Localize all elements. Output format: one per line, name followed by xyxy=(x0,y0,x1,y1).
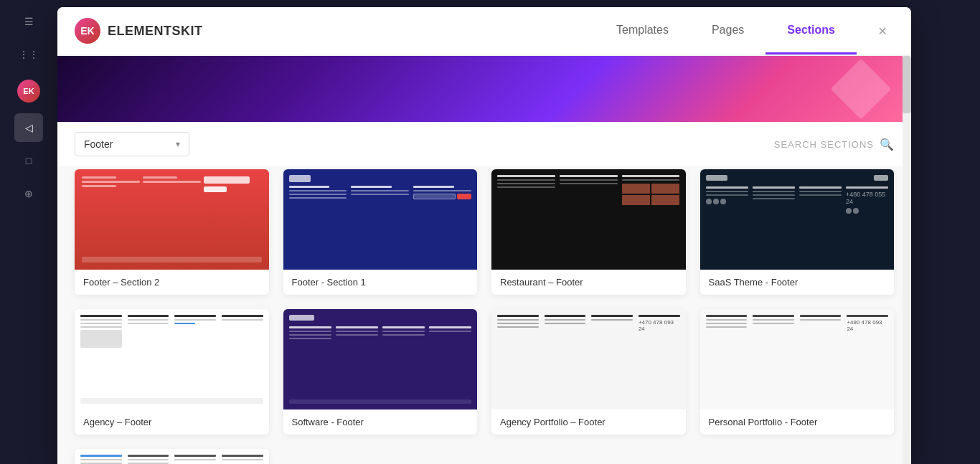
card-label-saas: SaaS Theme - Footer xyxy=(700,270,895,295)
logo-name: ELEMENTSKIT xyxy=(108,24,203,39)
chevron-down-icon: ▾ xyxy=(176,139,180,149)
back-icon[interactable]: ◁ xyxy=(14,113,43,142)
card-label-restaurant: Restaurant – Footer xyxy=(491,270,686,295)
card-saas-footer[interactable]: +480 478 055 24 SaaS Theme - Footer xyxy=(700,169,895,295)
widget-icon[interactable]: □ xyxy=(14,146,43,175)
modal-header: EK ELEMENTSKIT Templates Pages Sections … xyxy=(57,7,911,56)
card-thumb-personal: +480 478 093 24 xyxy=(700,309,895,409)
tab-sections[interactable]: Sections xyxy=(765,8,857,55)
card-agency-portfolio-footer[interactable]: +470 478 093 24 Agency Portfolio – Foote… xyxy=(491,309,686,435)
card-thumb-agency xyxy=(75,309,269,409)
card-label-software: Software - Footer xyxy=(283,409,478,435)
hero-banner xyxy=(57,56,911,122)
hero-diamond xyxy=(831,59,892,120)
card-label-footer2: Footer – Section 2 xyxy=(75,270,269,295)
search-placeholder: SEARCH SECTIONS xyxy=(774,139,874,150)
card-thumb-saas: +480 478 055 24 xyxy=(700,169,895,270)
card-thumb-footer1 xyxy=(283,169,478,270)
close-button[interactable]: × xyxy=(871,19,894,42)
card-software-footer[interactable]: Software - Footer xyxy=(283,309,478,435)
category-filter-dropdown[interactable]: Footer ▾ xyxy=(75,132,189,156)
filter-selected-value: Footer xyxy=(84,138,113,150)
elementskit-modal: EK ELEMENTSKIT Templates Pages Sections … xyxy=(57,7,911,464)
card-thumb-portfolio: +470 478 093 24 xyxy=(491,309,686,409)
card-thumb-software xyxy=(283,309,478,409)
search-icon[interactable]: 🔍 xyxy=(880,138,894,151)
card-personal-portfolio-footer[interactable]: +480 478 093 24 Personal Portfolio - Foo… xyxy=(700,309,895,435)
card-label-personal: Personal Portfolio - Footer xyxy=(700,409,895,435)
sidebar-icons: ☰ ⋮⋮ EK ◁ □ ⊕ xyxy=(0,7,57,208)
logo-icon: EK xyxy=(75,18,100,44)
editor-sidebar: ☰ ⋮⋮ EK ◁ □ ⊕ xyxy=(0,0,57,464)
modal-logo: EK ELEMENTSKIT xyxy=(75,18,203,44)
tab-pages[interactable]: Pages xyxy=(690,8,765,55)
grid-icon[interactable]: ⋮⋮ xyxy=(14,40,43,69)
card-restaurant-footer[interactable]: Restaurant – Footer xyxy=(491,169,686,295)
tab-templates[interactable]: Templates xyxy=(595,8,690,55)
card-thumb-footer2 xyxy=(75,169,269,270)
hero-banner-content xyxy=(839,67,882,110)
ek-logo-small: EK xyxy=(17,80,40,103)
card-thumb-app xyxy=(75,449,269,464)
card-thumb-restaurant xyxy=(491,169,686,270)
scrollbar-thumb xyxy=(903,56,911,113)
nav-tabs: Templates Pages Sections xyxy=(595,8,857,55)
add-icon[interactable]: ⊕ xyxy=(14,179,43,208)
modal-scrollbar[interactable] xyxy=(903,56,911,464)
cards-grid: Footer – Section 2 xyxy=(75,166,894,464)
card-footer-section1[interactable]: Footer - Section 1 xyxy=(283,169,478,295)
search-area: SEARCH SECTIONS 🔍 xyxy=(774,138,894,151)
hamburger-icon[interactable]: ☰ xyxy=(14,7,43,36)
card-label-agency: Agency – Footer xyxy=(75,409,269,435)
card-footer-section2[interactable]: Footer – Section 2 xyxy=(75,169,269,295)
ek-logo-sidebar[interactable]: EK xyxy=(11,73,47,109)
toolbar: Footer ▾ SEARCH SECTIONS 🔍 xyxy=(57,122,911,166)
card-label-portfolio: Agency Portfolio – Footer xyxy=(491,409,686,435)
cards-grid-container[interactable]: Footer – Section 2 xyxy=(57,166,911,464)
card-agency-footer[interactable]: Agency – Footer xyxy=(75,309,269,435)
card-label-footer1: Footer - Section 1 xyxy=(283,270,478,295)
card-app-landing-footer[interactable]: App Landing - Footer xyxy=(75,449,269,464)
